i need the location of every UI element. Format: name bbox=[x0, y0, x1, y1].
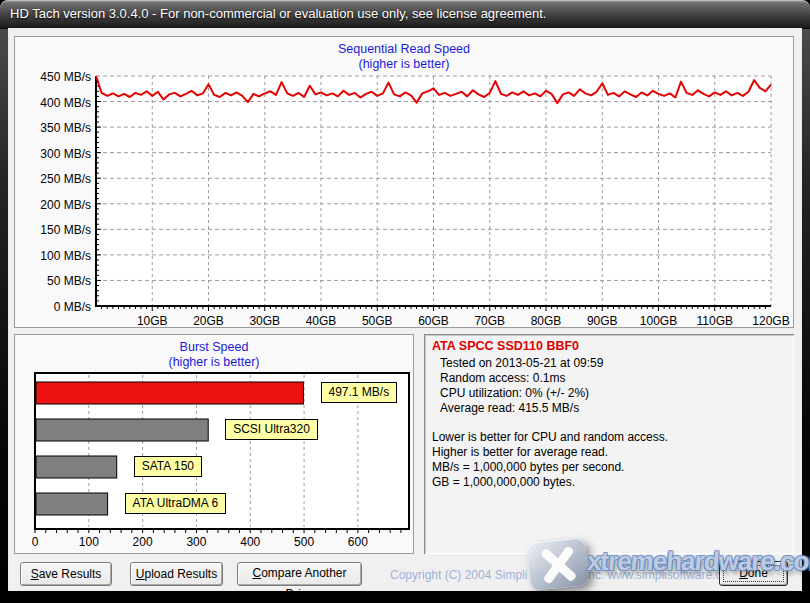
burst-x-tick-label: 300 bbox=[174, 535, 218, 549]
y-axis-tick-label: 350 MB/s bbox=[17, 121, 91, 135]
x-axis-tick-label: 110GB bbox=[687, 314, 743, 328]
save-results-label: Save Results bbox=[21, 564, 111, 585]
titlebar[interactable]: HD Tach version 3.0.4.0 - For non-commer… bbox=[0, 0, 810, 29]
y-axis-tick-label: 0 MB/s bbox=[17, 300, 91, 314]
sequential-read-plot bbox=[94, 74, 776, 318]
seq-chart-subtitle: (higher is better) bbox=[15, 57, 793, 71]
x-axis-tick-label: 80GB bbox=[518, 314, 574, 328]
client-area: Sequential Read Speed (higher is better)… bbox=[9, 29, 801, 590]
upload-results-button[interactable]: Upload Results bbox=[130, 562, 223, 586]
drive-info-panel: ATA SPCC SSD110 BBF0 Tested on 2013-05-2… bbox=[424, 334, 794, 554]
drive-note-line: Higher is better for average read. bbox=[432, 445, 786, 460]
sequential-read-panel: Sequential Read Speed (higher is better)… bbox=[14, 36, 794, 328]
drive-stats: Tested on 2013-05-21 at 09:59Random acce… bbox=[432, 356, 786, 416]
drive-stat-line: Tested on 2013-05-21 at 09:59 bbox=[440, 356, 786, 371]
app-window: HD Tach version 3.0.4.0 - For non-commer… bbox=[0, 0, 810, 603]
y-axis-tick-label: 50 MB/s bbox=[17, 274, 91, 288]
drive-note-line: GB = 1,000,000,000 bytes. bbox=[432, 475, 786, 490]
x-axis-tick-label: 40GB bbox=[293, 314, 349, 328]
y-axis-tick-label: 200 MB/s bbox=[17, 198, 91, 212]
burst-speed-panel: Burst Speed (higher is better) 497.1 MB/… bbox=[14, 334, 414, 554]
x-axis-tick-label: 90GB bbox=[574, 314, 630, 328]
x-axis-tick-label: 100GB bbox=[631, 314, 687, 328]
x-axis-tick-label: 50GB bbox=[349, 314, 405, 328]
y-axis-tick-label: 150 MB/s bbox=[17, 223, 91, 237]
bar-value-label: ATA UltraDMA 6 bbox=[125, 493, 227, 514]
burst-x-tick-label: 400 bbox=[228, 535, 272, 549]
drive-note-line: Lower is better for CPU and random acces… bbox=[432, 430, 786, 445]
seq-chart-title: Sequential Read Speed bbox=[15, 42, 793, 56]
drive-stat-line: Random access: 0.1ms bbox=[440, 371, 786, 386]
drive-name: ATA SPCC SSD110 BBF0 bbox=[432, 339, 786, 354]
drive-stat-line: Average read: 415.5 MB/s bbox=[440, 401, 786, 416]
burst-x-tick-label: 500 bbox=[282, 535, 326, 549]
compare-another-drive-button[interactable]: Compare Another Drive bbox=[237, 562, 362, 586]
x-axis-tick-label: 120GB bbox=[743, 314, 799, 328]
burst-chart-title: Burst Speed bbox=[15, 340, 413, 354]
window-title: HD Tach version 3.0.4.0 - For non-commer… bbox=[0, 0, 810, 28]
bar-value-label: SATA 150 bbox=[134, 456, 202, 477]
x-axis-tick-label: 10GB bbox=[124, 314, 180, 328]
bar-value-label: SCSI Ultra320 bbox=[225, 419, 318, 440]
done-button[interactable]: Done bbox=[719, 561, 788, 586]
copyright-text: Copyright (C) 2004 Simpli Software, Inc.… bbox=[390, 568, 738, 582]
y-axis-tick-label: 450 MB/s bbox=[17, 70, 91, 84]
bar-value-label: 497.1 MB/s bbox=[321, 382, 398, 403]
x-axis-tick-label: 20GB bbox=[181, 314, 237, 328]
x-axis-tick-label: 60GB bbox=[406, 314, 462, 328]
y-axis-tick-label: 400 MB/s bbox=[17, 96, 91, 110]
x-axis-tick-label: 30GB bbox=[237, 314, 293, 328]
y-axis-tick-label: 250 MB/s bbox=[17, 172, 91, 186]
y-axis-tick-label: 100 MB/s bbox=[17, 249, 91, 263]
drive-note-line: MB/s = 1,000,000 bytes per second. bbox=[432, 460, 786, 475]
burst-chart-subtitle: (higher is better) bbox=[15, 355, 413, 369]
burst-x-tick-label: 200 bbox=[121, 535, 165, 549]
y-axis-tick-label: 300 MB/s bbox=[17, 147, 91, 161]
drive-stat-line: CPU utilization: 0% (+/- 2%) bbox=[440, 386, 786, 401]
drive-notes: Lower is better for CPU and random acces… bbox=[432, 430, 786, 490]
x-axis-tick-label: 70GB bbox=[462, 314, 518, 328]
upload-results-label: Upload Results bbox=[131, 564, 222, 585]
compare-another-drive-label: Compare Another Drive bbox=[238, 563, 361, 603]
sequential-read-chart bbox=[94, 74, 776, 318]
burst-x-tick-label: 600 bbox=[336, 535, 380, 549]
burst-x-tick-label: 0 bbox=[13, 535, 57, 549]
save-results-button[interactable]: Save Results bbox=[20, 562, 112, 586]
burst-x-tick-label: 100 bbox=[67, 535, 111, 549]
done-label: Done bbox=[720, 563, 787, 584]
